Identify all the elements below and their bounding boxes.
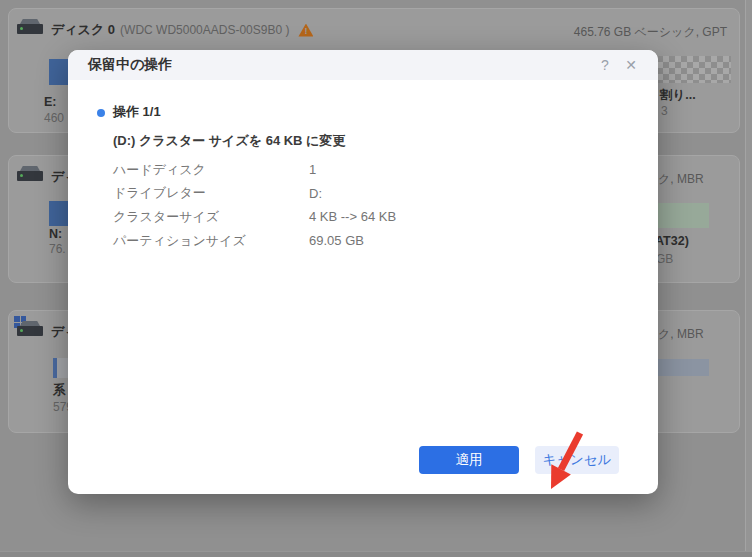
- detail-label: ドライブレター: [113, 184, 309, 202]
- operation-bullet-icon: [97, 109, 105, 117]
- hard-drive-icon: [17, 19, 43, 35]
- disk-name: ディスク 0: [51, 21, 115, 39]
- apply-button[interactable]: 適用: [419, 446, 519, 474]
- close-icon[interactable]: ✕: [618, 50, 644, 80]
- detail-label: パーティションサイズ: [113, 232, 309, 250]
- detail-row: クラスターサイズ 4 KB --> 64 KB: [113, 205, 396, 229]
- partition-label: 系: [53, 382, 66, 399]
- partition-size: GB: [656, 252, 673, 266]
- help-icon[interactable]: ?: [592, 50, 618, 80]
- detail-label: クラスターサイズ: [113, 208, 309, 226]
- detail-value: 4 KB --> 64 KB: [309, 209, 396, 224]
- dialog-title: 保留中の操作: [88, 56, 592, 74]
- cancel-button[interactable]: キャンセル: [535, 446, 619, 474]
- partition-size: 460: [44, 111, 64, 125]
- partition-label: E:: [44, 95, 57, 109]
- operation-counter: 操作 1/1: [113, 103, 161, 121]
- detail-row: ハードディスク 1: [113, 158, 396, 182]
- disk-capacity-info: ク, MBR: [658, 171, 704, 188]
- detail-label: ハードディスク: [113, 161, 309, 179]
- detail-row: パーティションサイズ 69.05 GB: [113, 229, 396, 253]
- detail-row: ドライブレター D:: [113, 182, 396, 206]
- operation-description: (D:) クラスター サイズを 64 KB に変更: [113, 132, 345, 150]
- warning-icon: [298, 24, 313, 37]
- disk-capacity-info: 465.76 GB ベーシック, GPT: [574, 24, 727, 41]
- detail-value: 69.05 GB: [309, 233, 364, 248]
- disk-capacity-info: ク, MBR: [658, 326, 704, 343]
- partition-label: AT32): [655, 234, 689, 248]
- detail-value: D:: [309, 186, 322, 201]
- partition-size: 76.: [49, 242, 66, 256]
- detail-value: 1: [309, 162, 316, 177]
- partition-label: 割り...: [660, 87, 696, 104]
- operation-detail-list: ハードディスク 1 ドライブレター D: クラスターサイズ 4 KB --> 6…: [113, 158, 396, 252]
- partition-size: 3: [661, 104, 668, 118]
- hard-drive-icon: [17, 166, 43, 182]
- disk-model: (WDC WD5000AADS-00S9B0 ): [120, 23, 289, 37]
- system-drive-icon: [17, 321, 43, 337]
- pending-operations-dialog: 保留中の操作 ? ✕ 操作 1/1 (D:) クラスター サイズを 64 KB …: [68, 50, 658, 494]
- scrollbar-track[interactable]: [745, 0, 752, 557]
- status-bar: [0, 551, 752, 557]
- partition-label: N:: [49, 227, 62, 241]
- dialog-header: 保留中の操作 ? ✕: [68, 50, 658, 80]
